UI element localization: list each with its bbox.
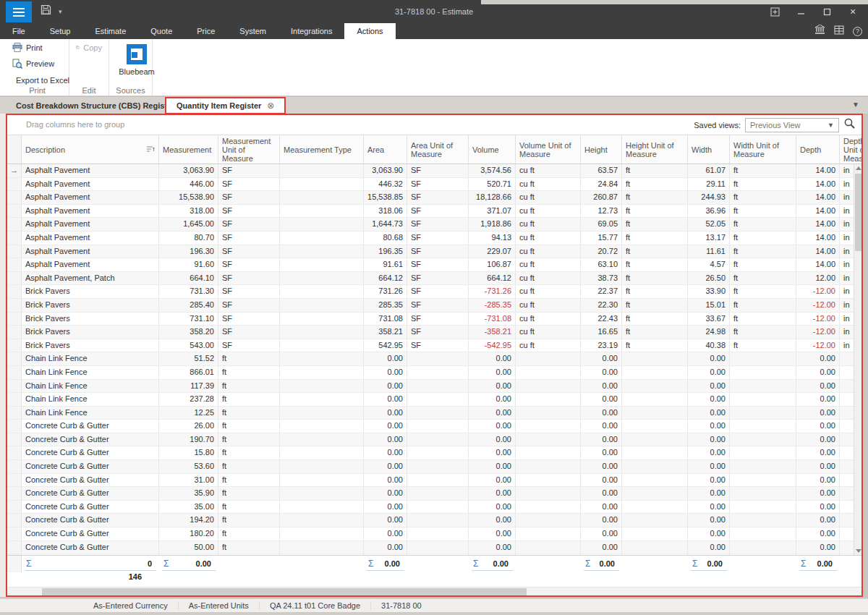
- grid-cell[interactable]: ft: [730, 299, 796, 312]
- grid-cell[interactable]: cu ft: [516, 245, 581, 258]
- grid-cell[interactable]: 0.00: [581, 460, 622, 473]
- grid-cell[interactable]: 26.50: [688, 272, 730, 285]
- grid-cell[interactable]: [622, 474, 688, 487]
- grid-cell[interactable]: [407, 407, 469, 420]
- grid-cell[interactable]: 0.00: [581, 433, 622, 446]
- grid-cell[interactable]: SF: [407, 313, 469, 326]
- grid-cell[interactable]: ft: [730, 245, 796, 258]
- table-row[interactable]: Concrete Curb & Gutter50.00ft0.000.000.0…: [7, 541, 861, 555]
- grid-cell[interactable]: 1,645.00: [159, 218, 218, 231]
- grid-cell[interactable]: 0.00: [796, 487, 840, 500]
- grid-cell[interactable]: 4.57: [688, 258, 730, 271]
- grid-cell[interactable]: -731.26: [469, 285, 516, 298]
- grid-cell[interactable]: SF: [407, 218, 469, 231]
- grid-cell[interactable]: -731.08: [469, 313, 516, 326]
- grid-cell[interactable]: ft: [730, 218, 796, 231]
- grid-cell[interactable]: [730, 527, 796, 540]
- table-row[interactable]: Concrete Curb & Gutter194.20ft0.000.000.…: [7, 514, 861, 527]
- grid-cell[interactable]: ft: [730, 313, 796, 326]
- grid-cell[interactable]: SF: [218, 272, 280, 285]
- grid-cell[interactable]: [407, 393, 469, 406]
- grid-cell[interactable]: 0.00: [796, 541, 840, 554]
- grid-cell[interactable]: 190.70: [159, 433, 218, 446]
- grid-cell[interactable]: SF: [407, 164, 469, 177]
- grid-cell[interactable]: 866.01: [159, 366, 218, 379]
- grid-cell[interactable]: ft: [218, 460, 280, 473]
- grid-cell[interactable]: [280, 245, 364, 258]
- grid-cell[interactable]: cu ft: [516, 258, 581, 271]
- grid-cell[interactable]: Brick Pavers: [22, 313, 159, 326]
- grid-cell[interactable]: 446.00: [159, 178, 218, 191]
- grid-cell[interactable]: cu ft: [516, 178, 581, 191]
- grid-cell[interactable]: 0.00: [364, 352, 407, 365]
- grid-cell[interactable]: 35.00: [159, 501, 218, 514]
- grid-cell[interactable]: 24.84: [581, 178, 622, 191]
- grid-cell[interactable]: SF: [218, 191, 280, 204]
- grid-cell[interactable]: 0.00: [688, 433, 730, 446]
- summary-cell[interactable]: Σ0.00: [159, 558, 218, 571]
- save-icon[interactable]: [41, 4, 51, 18]
- grid-cell[interactable]: 0.00: [688, 527, 730, 540]
- grid-cell[interactable]: 0.00: [469, 527, 516, 540]
- sigma-icon[interactable]: Σ: [26, 559, 31, 569]
- grid-cell[interactable]: SF: [218, 258, 280, 271]
- grid-cell[interactable]: 35.90: [159, 487, 218, 500]
- scroll-up-icon[interactable]: [856, 166, 861, 170]
- column-header[interactable]: Volume: [469, 135, 516, 164]
- grid-cell[interactable]: ft: [622, 232, 688, 245]
- grid-cell[interactable]: ft: [218, 366, 280, 379]
- table-row[interactable]: Concrete Curb & Gutter180.20ft0.000.000.…: [7, 527, 861, 541]
- column-header[interactable]: Measurement Unit of Measure: [218, 135, 280, 164]
- table-row[interactable]: Brick Pavers731.30SF731.26SF-731.26cu ft…: [7, 285, 861, 299]
- grid-cell[interactable]: [280, 527, 364, 540]
- grid-cell[interactable]: [730, 541, 796, 554]
- grid-cell[interactable]: Asphalt Pavement: [22, 178, 159, 191]
- grid-cell[interactable]: 318.06: [364, 205, 407, 218]
- close-button[interactable]: ×: [842, 3, 864, 20]
- grid-cell[interactable]: [407, 366, 469, 379]
- grid-cell[interactable]: ft: [730, 339, 796, 352]
- grid-cell[interactable]: 53.60: [159, 460, 218, 473]
- grid-cell[interactable]: 0.00: [364, 393, 407, 406]
- grid-cell[interactable]: Asphalt Pavement, Patch: [22, 272, 159, 285]
- grid-cell[interactable]: [280, 326, 364, 339]
- grid-cell[interactable]: ft: [730, 285, 796, 298]
- table-row[interactable]: →Asphalt Pavement3,063.90SF3,063.90SF3,5…: [7, 164, 861, 178]
- grid-cell[interactable]: 33.90: [688, 285, 730, 298]
- summary-cell[interactable]: Σ0.00: [688, 558, 730, 571]
- grid-cell[interactable]: 0.00: [688, 501, 730, 514]
- table-row[interactable]: Concrete Curb & Gutter26.00ft0.000.000.0…: [7, 420, 861, 433]
- grid-cell[interactable]: 40.38: [688, 339, 730, 352]
- grid-cell[interactable]: SF: [407, 205, 469, 218]
- grid-cell[interactable]: [407, 541, 469, 554]
- grid-cell[interactable]: 14.00: [796, 191, 840, 204]
- grid-cell[interactable]: 0.00: [796, 460, 840, 473]
- grid-cell[interactable]: [407, 474, 469, 487]
- grid-cell[interactable]: -542.95: [469, 339, 516, 352]
- grid-cell[interactable]: 18.20: [159, 554, 218, 555]
- grid-cell[interactable]: cu ft: [516, 164, 581, 177]
- grid-cell[interactable]: [280, 460, 364, 473]
- grid-cell[interactable]: 358.21: [364, 326, 407, 339]
- tab-close-icon[interactable]: ⊗: [267, 98, 274, 113]
- grid-cell[interactable]: ft: [622, 245, 688, 258]
- grid-cell[interactable]: 542.95: [364, 339, 407, 352]
- grid-cell[interactable]: [622, 527, 688, 540]
- grid-cell[interactable]: 0.00: [364, 554, 407, 555]
- grid-cell[interactable]: [280, 205, 364, 218]
- grid-cell[interactable]: 731.08: [364, 313, 407, 326]
- grid-cell[interactable]: 244.93: [688, 191, 730, 204]
- grid-cell[interactable]: 285.40: [159, 299, 218, 312]
- grid-cell[interactable]: [280, 352, 364, 365]
- grid-cell[interactable]: [280, 339, 364, 352]
- table-row[interactable]: Asphalt Pavement446.00SF446.32SF520.71cu…: [7, 178, 861, 192]
- grid-cell[interactable]: Asphalt Pavement: [22, 191, 159, 204]
- table-row[interactable]: Asphalt Pavement15,538.90SF15,538.85SF18…: [7, 191, 861, 205]
- grid-cell[interactable]: ft: [218, 554, 280, 555]
- tab-cbs-register[interactable]: Cost Breakdown Structure (CBS) Register: [6, 97, 184, 114]
- grid-cell[interactable]: [516, 366, 581, 379]
- grid-cell[interactable]: 0.00: [581, 366, 622, 379]
- column-header[interactable]: Height Unit of Measure: [622, 135, 688, 164]
- grid-cell[interactable]: [280, 232, 364, 245]
- grid-cell[interactable]: 0.00: [364, 446, 407, 459]
